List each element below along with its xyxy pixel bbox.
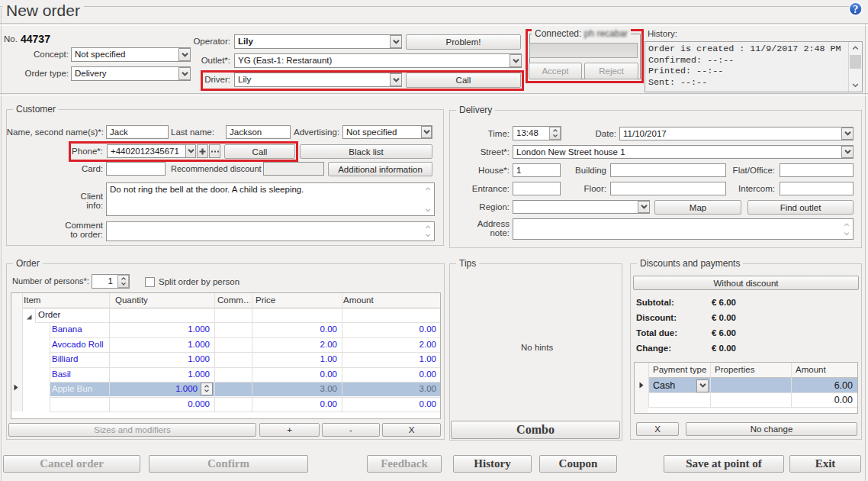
svg-text:?: ?	[853, 3, 858, 15]
